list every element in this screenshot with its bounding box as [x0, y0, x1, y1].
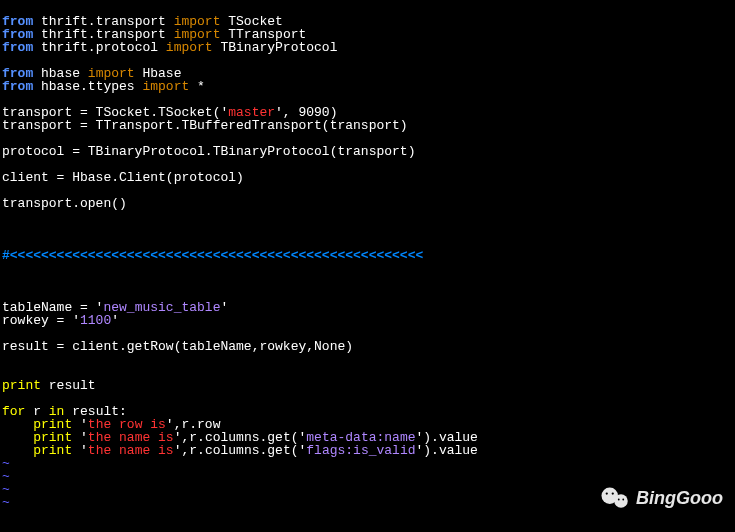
watermark: BingGooo: [600, 486, 723, 510]
string-literal: flags:is_valid: [306, 443, 415, 458]
svg-point-1: [614, 494, 628, 508]
blank-line: [2, 210, 733, 223]
code-line: transport = TTransport.TBufferedTranspor…: [2, 119, 733, 132]
code-line: print 'the name is',r.columns.get('flags…: [2, 444, 733, 457]
blank-line: [2, 223, 733, 236]
string-literal: new_music_table: [103, 300, 220, 315]
code-line: client = Hbase.Client(protocol): [2, 171, 733, 184]
code-line: protocol = TBinaryProtocol.TBinaryProtoc…: [2, 145, 733, 158]
blank-line: [2, 262, 733, 275]
svg-point-3: [612, 492, 614, 494]
keyword-import: import: [142, 79, 189, 94]
svg-point-5: [622, 499, 624, 501]
string-literal: 1100: [80, 313, 111, 328]
code-line: result = client.getRow(tableName,rowkey,…: [2, 340, 733, 353]
code-line: from thrift.protocol import TBinaryProto…: [2, 41, 733, 54]
wechat-icon: [600, 486, 630, 510]
blank-line: [2, 353, 733, 366]
string-literal: the name is: [88, 443, 174, 458]
keyword-print: print: [33, 443, 72, 458]
blank-line: [2, 366, 733, 379]
blank-line: [2, 275, 733, 288]
svg-point-4: [618, 499, 620, 501]
vim-tilde: ~: [2, 457, 733, 470]
vim-tilde: ~: [2, 470, 733, 483]
code-editor[interactable]: from thrift.transport import TSocket fro…: [2, 2, 733, 509]
code-line: transport.open(): [2, 197, 733, 210]
comment-line: #<<<<<<<<<<<<<<<<<<<<<<<<<<<<<<<<<<<<<<<…: [2, 249, 733, 262]
keyword-import: import: [166, 40, 213, 55]
code-line: print result: [2, 379, 733, 392]
code-line: from hbase.ttypes import *: [2, 80, 733, 93]
svg-point-2: [606, 492, 608, 494]
watermark-text: BingGooo: [636, 489, 723, 507]
code-line: rowkey = '1100': [2, 314, 733, 327]
